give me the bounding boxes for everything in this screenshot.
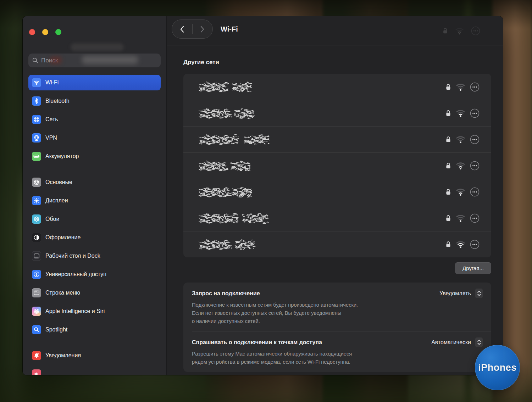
- description-line: рядом устройства в режиме модема, если с…: [192, 358, 483, 366]
- network-row-icons: [445, 135, 480, 144]
- minimize-button[interactable]: [42, 29, 48, 35]
- sidebar-item-рабочий-стол-и-dock[interactable]: Рабочий стол и Dock: [28, 248, 161, 264]
- wifi-options-card: Запрос на подключение Уведомлять Подключ…: [183, 283, 491, 372]
- forward-button[interactable]: [193, 20, 213, 38]
- more-options-button[interactable]: [470, 82, 480, 92]
- network-row[interactable]: [183, 179, 491, 205]
- vpn-icon: [32, 133, 41, 143]
- sound-icon: [32, 369, 41, 375]
- back-button[interactable]: [172, 20, 192, 38]
- sidebar-item-дисплеи[interactable]: Дисплеи: [28, 193, 161, 208]
- network-name-redacted: [199, 81, 252, 93]
- sidebar-item-label: Уведомления: [45, 352, 81, 359]
- redacted-smudge: [71, 43, 124, 51]
- network-row-icons: [445, 82, 480, 92]
- setting-label: Запрос на подключение: [192, 290, 260, 297]
- other-network-button[interactable]: Другая...: [455, 262, 491, 274]
- wifi-signal-icon: [456, 240, 465, 249]
- spotlight-icon: [32, 325, 41, 334]
- sidebar-item-label: Дисплеи: [45, 197, 68, 204]
- redacted-smudge: [50, 56, 62, 64]
- section-title: Другие сети: [183, 59, 491, 66]
- sidebar-item-основные[interactable]: Основные: [28, 174, 161, 190]
- description-line: о наличии доступных сетей.: [192, 317, 483, 325]
- other-networks-list: [183, 74, 491, 257]
- sidebar-item-обои[interactable]: Обои: [28, 211, 161, 227]
- network-row-icons: [445, 108, 480, 118]
- sidebar-item-partial[interactable]: [28, 366, 161, 375]
- ask-to-join-row: Запрос на подключение Уведомлять Подключ…: [183, 283, 491, 331]
- network-row[interactable]: [183, 205, 491, 231]
- nav-capsule: [172, 19, 213, 39]
- wifi-icon: [32, 78, 41, 87]
- chevron-up-down-icon: [475, 289, 483, 298]
- sidebar-item-аккумулятор[interactable]: Аккумулятор: [28, 149, 161, 164]
- more-options-button[interactable]: [470, 135, 480, 144]
- lock-icon: [445, 188, 451, 196]
- wifi-signal-icon: [456, 161, 465, 171]
- sidebar-item-label: Apple Intelligence и Siri: [45, 308, 105, 314]
- close-button[interactable]: [29, 29, 35, 35]
- zoom-button[interactable]: [55, 29, 61, 35]
- contrast-icon: [32, 233, 41, 242]
- battery-icon: [32, 152, 41, 161]
- network-row[interactable]: [183, 74, 491, 100]
- network-row[interactable]: [183, 126, 491, 152]
- network-name-redacted: [199, 186, 253, 198]
- sidebar-item-label: Строка меню: [45, 290, 80, 296]
- more-options-button[interactable]: [470, 161, 480, 171]
- sidebar-item-label: Сеть: [45, 116, 58, 123]
- network-name-redacted: [199, 160, 250, 172]
- wifi-signal-icon: [456, 82, 465, 92]
- sidebar-item-универсальный-доступ[interactable]: Универсальный доступ: [28, 267, 161, 282]
- hotspot-dropdown[interactable]: Автоматически: [431, 337, 483, 347]
- network-row-icons: [445, 161, 480, 171]
- lock-icon: [445, 136, 451, 143]
- sidebar-item-label: Рабочий стол и Dock: [45, 253, 100, 259]
- gear-icon: [32, 178, 41, 187]
- watermark-label: iPhones: [478, 362, 517, 373]
- search-icon: [32, 57, 38, 63]
- sidebar-item-label: Spotlight: [45, 326, 67, 333]
- sidebar-item-label: Аккумулятор: [45, 153, 79, 160]
- search-field[interactable]: Поиск: [28, 54, 161, 67]
- network-name-redacted: [199, 134, 271, 145]
- more-options-button[interactable]: [470, 240, 480, 249]
- more-options-button[interactable]: [470, 187, 480, 197]
- sidebar-item-оформление[interactable]: Оформление: [28, 230, 161, 245]
- sidebar-item-label: VPN: [45, 135, 57, 141]
- sidebar-item-wi-fi[interactable]: Wi-Fi: [28, 75, 161, 90]
- sidebar-item-label: Bluetooth: [45, 98, 70, 104]
- page-title: Wi-Fi: [221, 16, 238, 42]
- network-row[interactable]: [183, 152, 491, 179]
- lock-icon: [445, 83, 451, 91]
- sidebar-item-apple-intelligence-и-siri[interactable]: Apple Intelligence и Siri: [28, 303, 161, 319]
- ask-to-join-dropdown[interactable]: Уведомлять: [439, 289, 483, 298]
- content: Другие сети: [167, 45, 503, 375]
- ask-to-join-hotspots-row: Спрашивать о подключении к точкам доступ…: [183, 331, 491, 372]
- network-row[interactable]: [183, 231, 491, 257]
- setting-label: Спрашивать о подключении к точкам доступ…: [192, 339, 322, 346]
- sidebar-item-spotlight[interactable]: Spotlight: [28, 322, 161, 337]
- more-options-button[interactable]: [470, 108, 480, 118]
- sidebar-item-bluetooth[interactable]: Bluetooth: [28, 93, 161, 109]
- wifi-signal-icon: [456, 135, 465, 144]
- menubar-icon: [32, 288, 41, 297]
- sidebar-item-сеть[interactable]: Сеть: [28, 112, 161, 127]
- sidebar-item-label: Основные: [45, 179, 72, 185]
- network-row[interactable]: [183, 100, 491, 126]
- sidebar-item-уведомления[interactable]: Уведомления: [28, 348, 161, 363]
- sidebar-nav: Wi-FiBluetoothСетьVPNАккумуляторОсновные…: [28, 75, 161, 375]
- sidebar-item-строка-меню[interactable]: Строка меню: [28, 285, 161, 301]
- network-row-icons: [445, 240, 480, 249]
- sidebar-item-label: Оформление: [45, 234, 81, 241]
- wifi-signal-icon: [456, 213, 465, 223]
- lock-icon: [443, 27, 448, 36]
- window-controls: [29, 29, 161, 35]
- sidebar-item-vpn[interactable]: VPN: [28, 130, 161, 146]
- more-options-button[interactable]: [470, 213, 480, 223]
- description-line: Разрешить этому Mac автоматически обнару…: [192, 350, 483, 358]
- network-name-redacted: [199, 108, 255, 119]
- chevron-up-down-icon: [475, 337, 483, 347]
- system-settings-window: Поиск Wi-FiBluetoothСетьVPNАккумуляторОс…: [23, 16, 503, 375]
